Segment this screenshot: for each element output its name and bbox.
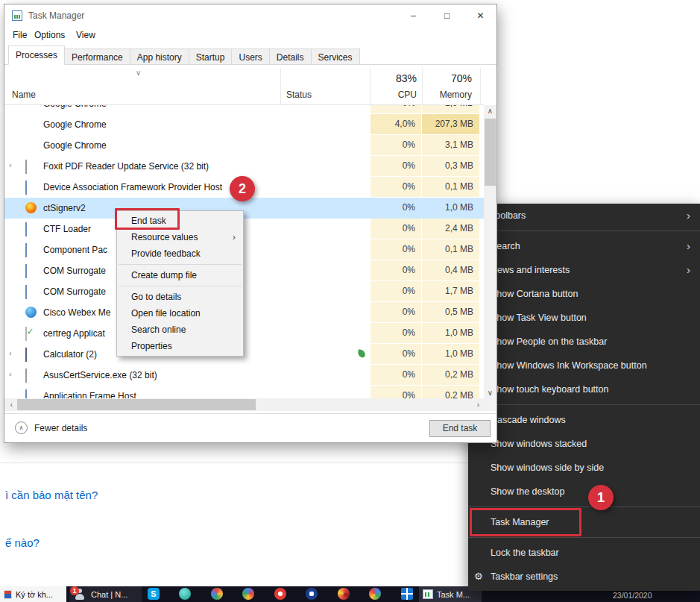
context-menu-item-resource-values[interactable]: Resource values › xyxy=(117,229,243,245)
chevron-up-icon[interactable]: ∧ xyxy=(15,421,28,434)
taskbar-app-icon[interactable] xyxy=(179,588,191,600)
context-menu-item-go-to-details[interactable]: Go to details xyxy=(117,289,243,305)
taskbar-menu-item-search[interactable]: Search › xyxy=(468,234,700,258)
annotation-box-end-task xyxy=(115,208,180,230)
taskbar-app-icon[interactable] xyxy=(306,588,318,600)
column-header-name[interactable]: Name xyxy=(12,90,36,100)
memory-total-percent: 70% xyxy=(410,72,472,84)
scroll-left-icon[interactable]: ‹ xyxy=(6,398,17,411)
taskbar-menu-item-touch-keyboard[interactable]: Show touch keyboard button xyxy=(468,377,700,401)
system-window-icon xyxy=(25,389,27,398)
taskbar-menu-item-stacked[interactable]: Show windows stacked xyxy=(468,432,700,456)
process-row[interactable]: COM Surrogate 0% 1,7 MB xyxy=(4,281,484,302)
scrollbar-thumb[interactable] xyxy=(17,399,256,410)
browser-icon[interactable] xyxy=(211,588,223,600)
process-memory: 0,1 MB xyxy=(422,239,479,260)
scrollbar-corner xyxy=(485,398,496,411)
process-row[interactable]: Component Pac 0% 0,1 MB xyxy=(4,239,484,260)
process-row[interactable]: Cisco Webex Me 0% 0,5 MB xyxy=(4,302,484,323)
process-row[interactable]: COM Surrogate 0% 0,4 MB xyxy=(4,260,484,281)
taskbar-app-icon[interactable] xyxy=(369,588,381,600)
scrollbar-thumb[interactable] xyxy=(485,119,496,186)
expand-arrow-icon[interactable]: › xyxy=(9,160,12,169)
taskbar-menu-item-toolbars[interactable]: Toolbars › xyxy=(468,204,700,228)
taskbar-app-icon[interactable] xyxy=(338,588,350,600)
process-memory: 207,3 MB xyxy=(422,114,479,134)
tab-app-history[interactable]: App history xyxy=(130,48,189,65)
process-row[interactable]: › AsusCertService.exe (32 bit) 0% 0,2 MB xyxy=(4,365,484,386)
taskbar-date[interactable]: 23/01/2020 xyxy=(613,591,652,600)
app-grid-icon[interactable] xyxy=(401,588,413,600)
screen: ì cần bảo mật tên? ế nào? Ký tờ kh... 1 … xyxy=(0,0,700,602)
taskbar-app-document[interactable]: Ký tờ kh... xyxy=(0,586,66,602)
context-menu-item-search-online[interactable]: Search online xyxy=(117,322,243,338)
page-heading-1[interactable]: ì cần bảo mật tên? xyxy=(5,489,98,501)
process-cpu: 0% xyxy=(371,239,421,260)
taskbar-app-chat[interactable]: 1 Chat | N... xyxy=(69,586,142,602)
taskbar-menu-item-ink-workspace[interactable]: Show Windows Ink Workspace button xyxy=(468,354,700,377)
menu-options[interactable]: Options xyxy=(34,30,65,40)
tab-performance[interactable]: Performance xyxy=(64,48,130,65)
suspended-leaf-icon xyxy=(357,349,366,358)
column-header-cpu[interactable]: CPU xyxy=(355,90,417,100)
menu-item-label: Open file location xyxy=(131,308,201,319)
menu-view[interactable]: View xyxy=(76,30,95,40)
taskbar-menu-item-news[interactable]: News and interests › xyxy=(468,258,700,282)
tab-users[interactable]: Users xyxy=(231,48,269,65)
context-menu-item-create-dump-file[interactable]: Create dump file xyxy=(117,267,243,283)
taskbar-app-icon[interactable] xyxy=(274,588,286,600)
process-row[interactable]: Google Chrome 0% 3,1 MB xyxy=(4,135,484,156)
column-divider xyxy=(280,68,281,104)
cpu-total-percent: 83% xyxy=(355,72,417,84)
taskbar-menu-item-people[interactable]: Show People on the taskbar xyxy=(468,330,700,354)
sort-chevron-icon[interactable]: ∨ xyxy=(136,69,141,77)
taskbar-menu-item-show-desktop[interactable]: Show the desktop xyxy=(468,480,700,504)
process-row[interactable]: Google Chrome 0% 1,9 MB xyxy=(4,105,484,114)
taskbar-menu-item-lock-taskbar[interactable]: Lock the taskbar xyxy=(468,541,700,565)
tab-processes[interactable]: Processes xyxy=(8,46,65,65)
page-heading-2[interactable]: ế nào? xyxy=(5,536,40,549)
process-row[interactable]: CTF Loader 0% 2,4 MB xyxy=(4,219,484,239)
column-divider xyxy=(480,68,481,104)
scroll-up-icon[interactable]: ∧ xyxy=(484,105,496,116)
context-menu-item-provide-feedback[interactable]: Provide feedback xyxy=(117,245,243,262)
close-button[interactable]: ✕ xyxy=(464,5,497,26)
expand-arrow-icon[interactable]: › xyxy=(9,348,12,357)
process-row[interactable]: › Foxit PDF Reader Update Service (32 bi… xyxy=(4,156,484,177)
scroll-down-icon[interactable]: ∨ xyxy=(484,387,496,398)
process-name: Google Chrome xyxy=(43,119,107,130)
menu-item-label: Show the desktop xyxy=(491,486,564,497)
process-memory: 0,2 MB xyxy=(422,365,479,385)
process-row[interactable]: Application Frame Host 0% 0,2 MB xyxy=(4,386,484,398)
skype-icon[interactable] xyxy=(148,588,160,600)
process-context-menu: End task Resource values › Provide feedb… xyxy=(116,210,244,357)
column-header-memory[interactable]: Memory xyxy=(410,90,472,100)
vertical-scrollbar[interactable]: ∧ ∨ xyxy=(484,105,496,398)
menu-item-label: Show Cortana button xyxy=(491,289,578,299)
browser-icon[interactable] xyxy=(242,588,254,600)
end-task-button[interactable]: End task xyxy=(429,420,491,437)
taskbar-menu-item-taskbar-settings[interactable]: ⚙ Taskbar settings xyxy=(468,565,700,589)
horizontal-scrollbar[interactable]: ‹ › xyxy=(4,398,485,411)
taskbar-menu-item-cortana[interactable]: Show Cortana button xyxy=(468,282,700,306)
context-menu-item-properties[interactable]: Properties xyxy=(117,338,243,354)
taskbar-menu-item-task-view[interactable]: Show Task View button xyxy=(468,306,700,330)
maximize-button[interactable]: □ xyxy=(430,5,464,26)
taskbar-menu-item-side-by-side[interactable]: Show windows side by side xyxy=(468,456,700,480)
process-row[interactable]: Google Chrome 4,0% 207,3 MB xyxy=(4,114,484,135)
context-menu-item-open-file-location[interactable]: Open file location xyxy=(117,305,243,322)
minimize-button[interactable]: – xyxy=(397,5,430,26)
process-row[interactable]: certreg Applicat 0% 1,0 MB xyxy=(4,323,484,344)
expand-arrow-icon[interactable]: › xyxy=(9,369,12,378)
taskbar-menu-item-cascade[interactable]: Cascade windows xyxy=(468,408,700,432)
menu-file[interactable]: File xyxy=(13,30,27,40)
scroll-right-icon[interactable]: › xyxy=(473,398,484,411)
tab-services[interactable]: Services xyxy=(311,48,360,65)
tab-details[interactable]: Details xyxy=(269,48,312,65)
process-row[interactable]: › Calculator (2) 0% 1,0 MB xyxy=(4,344,484,365)
tab-startup[interactable]: Startup xyxy=(189,48,233,65)
fewer-details-toggle[interactable]: Fewer details xyxy=(34,423,87,433)
column-header-status[interactable]: Status xyxy=(286,90,312,100)
notification-badge: 1 xyxy=(70,586,79,595)
gear-icon: ⚙ xyxy=(474,565,483,589)
